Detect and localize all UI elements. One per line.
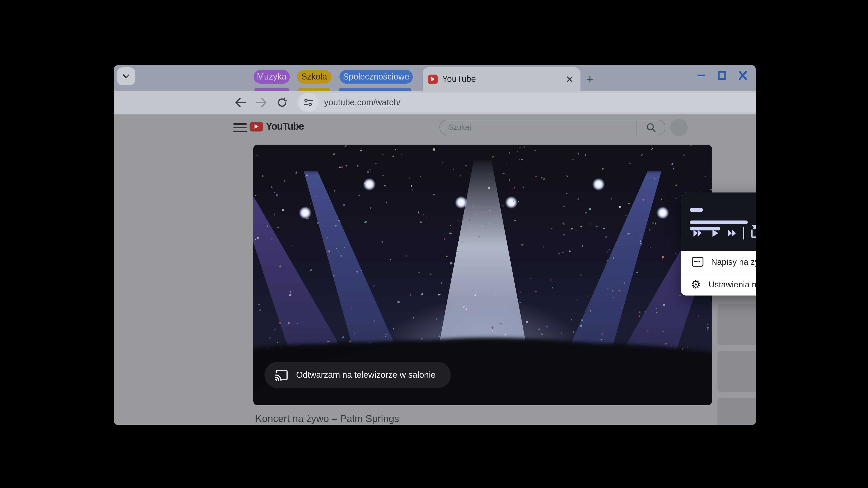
caption-controls: Napisy na żywo ⚙ Ustawienia napisów bbox=[681, 251, 756, 295]
browser-window: Muzyka Szkoła Społecznościowe YouTube ✕ … bbox=[114, 65, 756, 425]
thumbnail-skeleton bbox=[717, 351, 756, 392]
tab-group-underline-muzyka bbox=[254, 88, 289, 91]
tab-group-underline-szkola bbox=[298, 88, 330, 91]
gear-icon: ⚙ bbox=[691, 279, 701, 290]
forward-button[interactable] bbox=[252, 94, 270, 111]
tab-title: YouTube bbox=[442, 74, 563, 84]
tab-group-underline-spolecznosciowe bbox=[339, 88, 411, 91]
caption-settings-label: Ustawienia napisów bbox=[709, 280, 756, 289]
youtube-search-box[interactable] bbox=[439, 120, 665, 135]
url-text[interactable]: youtube.com/watch/ bbox=[324, 98, 401, 107]
new-tab-button[interactable]: + bbox=[582, 71, 598, 87]
tune-icon bbox=[303, 98, 313, 107]
youtube-favicon bbox=[428, 74, 438, 84]
tab-group-szkola[interactable]: Szkoła bbox=[297, 70, 331, 84]
search-input[interactable] bbox=[447, 123, 637, 132]
search-icon bbox=[646, 123, 656, 132]
back-icon bbox=[235, 98, 246, 107]
previous-track-icon bbox=[693, 230, 702, 236]
youtube-logo[interactable]: YouTube bbox=[250, 121, 304, 132]
tab-search-button[interactable] bbox=[117, 67, 135, 86]
cast-banner: Odtwarzam na telewizorze w salonie bbox=[265, 362, 451, 388]
maximize-button[interactable] bbox=[717, 70, 727, 80]
menu-icon[interactable] bbox=[233, 122, 247, 134]
youtube-header: YouTube bbox=[114, 115, 756, 141]
thumbnail-skeleton bbox=[717, 304, 756, 345]
tab-youtube[interactable]: YouTube ✕ bbox=[423, 67, 581, 91]
tab-close-icon[interactable]: ✕ bbox=[563, 73, 576, 86]
related-video-skeleton-item bbox=[717, 398, 756, 425]
chevron-down-icon bbox=[123, 74, 130, 78]
window-controls bbox=[696, 70, 748, 80]
youtube-page: YouTube bbox=[114, 115, 756, 425]
live-caption-icon bbox=[692, 257, 704, 267]
reload-icon bbox=[277, 97, 287, 108]
live-caption-row[interactable]: Napisy na żywo bbox=[681, 251, 756, 273]
youtube-wordmark: YouTube bbox=[266, 121, 304, 132]
related-video-skeleton-item bbox=[717, 351, 756, 392]
related-video-skeleton-item bbox=[717, 304, 756, 345]
tab-group-spolecznosciowe[interactable]: Społecznościowe bbox=[340, 70, 413, 84]
thumbnail-skeleton bbox=[717, 398, 756, 425]
chromecast-icon bbox=[274, 369, 288, 381]
now-playing-card bbox=[681, 193, 756, 251]
cast-banner-text: Odtwarzam na telewizorze w salonie bbox=[296, 370, 436, 380]
live-caption-label: Napisy na żywo bbox=[711, 257, 756, 267]
video-player[interactable]: Odtwarzam na telewizorze w salonie bbox=[253, 144, 712, 405]
video-title: Koncert na żywo – Palm Springs bbox=[255, 413, 399, 425]
search-button[interactable] bbox=[637, 120, 665, 135]
play-icon bbox=[712, 230, 718, 237]
next-track-icon bbox=[728, 230, 736, 237]
browser-toolbar: youtube.com/watch/ bbox=[114, 91, 756, 115]
voice-search-button[interactable] bbox=[671, 119, 688, 136]
forward-icon bbox=[255, 98, 267, 107]
tab-strip: Muzyka Szkoła Społecznościowe YouTube ✕ … bbox=[114, 65, 756, 91]
tab-group-muzyka[interactable]: Muzyka bbox=[254, 70, 290, 84]
youtube-play-badge bbox=[250, 122, 263, 131]
media-controls-popup: Napisy na żywo ⚙ Ustawienia napisów bbox=[681, 193, 756, 295]
playback-controls bbox=[681, 193, 756, 251]
picture-in-picture-icon bbox=[752, 225, 756, 238]
site-settings-button[interactable] bbox=[299, 93, 318, 112]
caption-settings-row[interactable]: ⚙ Ustawienia napisów bbox=[681, 273, 756, 295]
close-button[interactable] bbox=[738, 70, 748, 80]
address-bar[interactable]: youtube.com/watch/ bbox=[297, 93, 756, 112]
screen-background: Muzyka Szkoła Społecznościowe YouTube ✕ … bbox=[0, 0, 868, 488]
minimize-button[interactable] bbox=[696, 70, 706, 80]
back-button[interactable] bbox=[231, 94, 250, 111]
reload-button[interactable] bbox=[273, 94, 291, 111]
